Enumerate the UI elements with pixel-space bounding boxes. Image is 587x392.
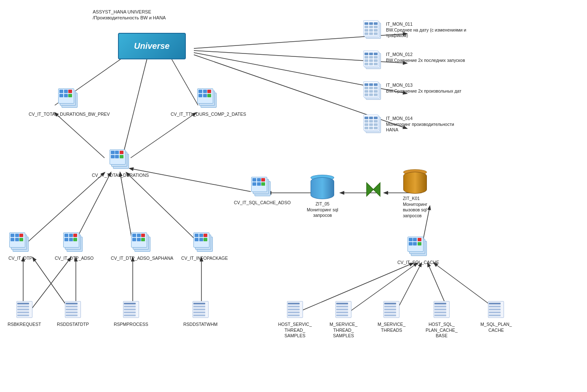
bowtie-connector-node <box>366 182 381 197</box>
cv-dtp-label: CV_IT_DTP <box>8 256 32 261</box>
cv-dtp-adso-saphana-label: CV_IT_DTP_ADSO_SAPHANA <box>111 256 173 261</box>
m-sql-plan-cache-label: M_SQL_PLAN_ CACHE <box>480 322 512 333</box>
svg-marker-29 <box>367 183 373 196</box>
cv-sql-cache-adso-node: CV_IT_SQL_CACHE_ADSO <box>234 177 291 206</box>
cv-infopackage-node: CV_IT_INFOPACKAGE <box>181 232 228 261</box>
rsddstatdtp-label: RSDDSTATDTP <box>57 322 89 328</box>
zit-05-label: ZIT_05 Мониторинг sql запросов <box>307 201 338 219</box>
rspmprocess-icon <box>121 301 141 320</box>
svg-marker-30 <box>373 183 380 196</box>
it-mon-014-node: IT_MON_014 Мониторинг производительности… <box>363 115 454 135</box>
zit-k01-node: ZIT_K01 Мониторинг вызовов sql запросов <box>402 169 428 219</box>
rsddstatwhm-icon <box>191 301 210 320</box>
cv-infopackage-icon <box>193 232 215 254</box>
m-service-thread-samples-icon <box>334 301 353 320</box>
zit-05-node: ZIT_05 Мониторинг sql запросов <box>307 175 338 219</box>
m-service-threads-node: M_SERVICE_ THREADS <box>378 301 405 333</box>
cv-dtp-adso-saphana-icon <box>131 232 153 254</box>
it-mon-012-icon <box>363 51 383 71</box>
host-sql-plan-cache-base-icon <box>432 301 451 320</box>
m-sql-plan-cache-icon <box>486 301 506 320</box>
cv-total-durations-icon <box>110 149 131 171</box>
cv-dtp-adso-label: CV_IT_DTP_ADSO <box>55 256 94 261</box>
diagram-title: ASSYST_HANA UNIVERSE /Производительность… <box>93 8 166 21</box>
svg-line-6 <box>122 48 150 158</box>
cv-dtp-adso-saphana-node: CV_IT_DTP_ADSO_SAPHANA <box>111 232 173 261</box>
m-service-threads-label: M_SERVICE_ THREADS <box>378 322 405 333</box>
cv-ttl-durs-comp-label: CV_IT_TTL_DURS_COMP_2_DATES <box>171 112 246 117</box>
cv-total-durations-bw-prev-label: CV_IT_TOTAL_DURATIONS_BW_PREV <box>29 112 110 117</box>
host-service-thread-samples-label: HOST_SERVIC_ THREAD_ SAMPLES <box>278 322 312 339</box>
cv-ttl-durs-comp-2-dates-node: CV_IT_TTL_DURS_COMP_2_DATES <box>171 88 246 117</box>
m-sql-plan-cache-node: M_SQL_PLAN_ CACHE <box>480 301 512 333</box>
rsbkrequest-label: RSBKREQUEST <box>8 322 41 328</box>
universe-box: Universe <box>118 33 186 59</box>
it-mon-013-label: IT_MON_013 BW.Сравнение 2х произвольных … <box>386 83 461 94</box>
cv-dtp-icon <box>9 232 31 254</box>
bowtie-icon <box>366 182 381 197</box>
cv-sql-cache-label: CV_IT_SQL_CACHE <box>397 260 439 266</box>
diagram-canvas: ASSYST_HANA UNIVERSE /Производительность… <box>0 0 587 392</box>
rsddstatdtp-icon <box>63 301 83 320</box>
rspmprocess-node: RSPMPROCESS <box>114 301 148 328</box>
cv-dtp-adso-icon <box>63 232 85 254</box>
cv-total-durations-label: CV_IT_TOTAL_DURATIONS <box>92 173 149 179</box>
rsddstatwhm-label: RSDDSTATWHM <box>183 322 217 328</box>
it-mon-011-label: IT_MON_011 BW.Среднее на дату (с изменен… <box>386 21 470 39</box>
zit-k01-icon <box>402 169 428 195</box>
host-sql-plan-cache-base-node: HOST_SQL_ PLAN_CACHE_ BASE <box>426 301 458 339</box>
cv-ttl-durs-comp-icon <box>197 88 219 110</box>
it-mon-012-node: IT_MON_012 BW.Сравнение 2х последних зап… <box>363 51 465 71</box>
it-mon-014-icon <box>363 115 383 135</box>
it-mon-013-node: IT_MON_013 BW.Сравнение 2х произвольных … <box>363 81 461 101</box>
host-service-thread-samples-icon <box>285 301 305 320</box>
rsbkrequest-node: RSBKREQUEST <box>8 301 41 328</box>
it-mon-011-icon <box>363 20 383 40</box>
universe-node: Universe <box>118 33 186 59</box>
cv-dtp-node: CV_IT_DTP <box>8 232 32 261</box>
host-service-thread-samples-node: HOST_SERVIC_ THREAD_ SAMPLES <box>278 301 312 339</box>
it-mon-014-label: IT_MON_014 Мониторинг производительности… <box>386 116 454 133</box>
it-mon-011-node: IT_MON_011 BW.Среднее на дату (с изменен… <box>363 20 470 40</box>
cv-sql-cache-node: CV_IT_SQL_CACHE <box>397 237 439 266</box>
rsddstatdtp-node: RSDDSTATDTP <box>57 301 89 328</box>
m-service-thread-samples-label: M_SERVICE_ THREAD_ SAMPLES <box>330 322 357 339</box>
cv-sql-cache-adso-icon <box>251 177 273 199</box>
m-service-threads-icon <box>382 301 401 320</box>
rsbkrequest-icon <box>15 301 34 320</box>
cv-sql-cache-adso-label: CV_IT_SQL_CACHE_ADSO <box>234 200 291 206</box>
it-mon-012-label: IT_MON_012 BW.Сравнение 2х последних зап… <box>386 52 465 63</box>
m-service-thread-samples-node: M_SERVICE_ THREAD_ SAMPLES <box>330 301 357 339</box>
rspmprocess-label: RSPMPROCESS <box>114 322 148 328</box>
cv-total-durations-bw-prev-node: CV_IT_TOTAL_DURATIONS_BW_PREV <box>29 88 110 117</box>
zit-05-icon <box>310 175 335 200</box>
zit-k01-label: ZIT_K01 Мониторинг вызовов sql запросов <box>403 196 427 219</box>
host-sql-plan-cache-base-label: HOST_SQL_ PLAN_CACHE_ BASE <box>426 322 458 339</box>
cv-total-durations-node: CV_IT_TOTAL_DURATIONS <box>92 149 149 179</box>
it-mon-013-icon <box>363 81 383 101</box>
cv-dtp-adso-node: CV_IT_DTP_ADSO <box>55 232 94 261</box>
cv-sql-cache-icon <box>407 237 429 259</box>
cv-infopackage-label: CV_IT_INFOPACKAGE <box>181 256 228 261</box>
cv-total-durations-bw-prev-icon <box>58 88 80 110</box>
rsddstatwhm-node: RSDDSTATWHM <box>183 301 217 328</box>
